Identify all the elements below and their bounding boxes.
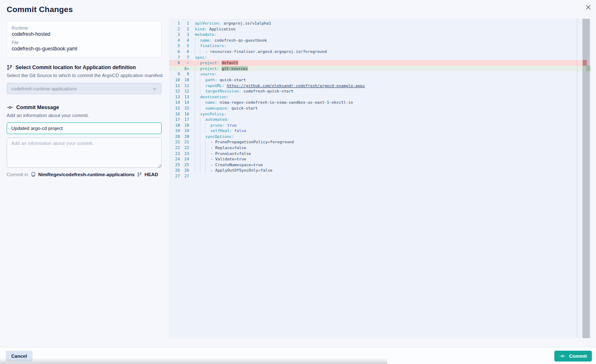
line-content: name: codefresh-qs-guestbook (192, 37, 267, 43)
line-number-original: 4 (169, 37, 180, 43)
line-number-modified: 11 (180, 83, 192, 89)
line-content: - PrunePropagationPolicy=foreground (192, 139, 294, 145)
runtime-file-card: Runtime codefresh-hosted File codefresh-… (7, 21, 162, 57)
indent-guide (195, 100, 200, 105)
editor-content-border (577, 19, 577, 338)
line-number-original: 18 (169, 122, 180, 128)
git-source-select[interactable]: codefresh-runtime-applications (7, 83, 162, 94)
indent-guide (195, 66, 200, 72)
line-number-modified: 23 (180, 151, 192, 157)
indent-guide (195, 117, 200, 122)
code-token: prune: (210, 123, 224, 127)
commit-button-label: Commit (569, 354, 587, 359)
line-number-modified: 15 (180, 105, 192, 111)
diff-line: 1515 namespace: quick-start (169, 105, 582, 111)
code-token: nima-regev-codefresh-io-nima-sandbox-us-… (217, 100, 353, 105)
code-token: - PruneLast=false (210, 151, 251, 156)
line-number-original: 21 (169, 139, 180, 145)
commit-in-label: Commit in (7, 172, 28, 177)
line-content: - Validate=true (192, 156, 246, 162)
line-number-original: 12 (169, 88, 180, 94)
yaml-diff-editor[interactable]: 11apiVersion: argoproj.io/v1alpha122kind… (169, 19, 591, 338)
code-token: metadata: (195, 32, 216, 37)
indent-guide (200, 88, 205, 94)
line-content: spec: (192, 55, 207, 60)
line-number-original: 27 (169, 173, 180, 179)
commit-message-title: Commit Message (16, 105, 59, 110)
indent-guide (195, 111, 200, 117)
file-value: codefresh-qs-guestbook.yaml (12, 46, 157, 52)
line-content: - ApplyOutOfSyncOnly=false (192, 167, 272, 173)
line-content: finalizers: (192, 43, 226, 49)
indent-guide (195, 139, 200, 145)
line-content: project: default (192, 60, 238, 66)
indent-guide (195, 105, 200, 111)
line-content: project: git-sources (192, 66, 248, 72)
indent-guide (195, 167, 200, 173)
line-number-modified: 3 (180, 32, 192, 37)
line-content: path: quick-start (192, 77, 246, 83)
indent-guide (205, 145, 210, 151)
line-number-original: 5 (169, 43, 180, 49)
indent-guide (195, 145, 200, 151)
indent-guide (200, 151, 205, 157)
indent-guide (205, 162, 210, 168)
diff-line: 22kind: Application (169, 26, 582, 32)
runtime-value: codefresh-hosted (12, 31, 157, 37)
line-number-modified: 22 (180, 145, 192, 151)
close-icon[interactable] (584, 2, 593, 12)
code-token: codefresh-qs-guestbook (212, 38, 267, 42)
line-content: - PruneLast=false (192, 151, 251, 157)
code-token: destination: (200, 95, 229, 99)
overview-ruler-scrollbar[interactable] (582, 19, 590, 338)
indent-guide (195, 128, 200, 134)
line-number-original: 10 (169, 77, 180, 83)
indent-guide (195, 60, 200, 66)
line-number-original: 24 (169, 156, 180, 162)
indent-guide (195, 151, 200, 157)
indent-guide (200, 83, 205, 89)
repo-icon (31, 172, 36, 177)
commit-description-textarea[interactable] (7, 137, 162, 168)
diff-line: 1414 name: nima-regev-codefresh-io-nima-… (169, 100, 582, 105)
indent-guide (200, 122, 205, 128)
git-branch-icon (137, 172, 142, 177)
line-number-modified: 5 (180, 43, 192, 49)
cancel-button[interactable]: Cancel (6, 351, 32, 362)
indent-guide (200, 117, 205, 122)
git-commit-icon (559, 354, 566, 359)
line-number-original: 11 (169, 83, 180, 89)
indent-guide (200, 49, 205, 55)
diff-line: 44 name: codefresh-qs-guestbook (169, 37, 582, 43)
line-content: metadata: (192, 32, 216, 37)
commit-summary-input[interactable] (7, 122, 162, 134)
indent-guide (195, 83, 200, 89)
line-number-modified: 18 (180, 122, 192, 128)
commit-location-title: Select Commit location for Application d… (15, 65, 136, 70)
line-number-original: 25 (169, 162, 180, 168)
diff-line: 1717 automated: (169, 117, 582, 122)
commit-button[interactable]: Commit (554, 351, 592, 362)
runtime-label: Runtime (12, 25, 157, 30)
line-content: repoURL: https://github.com/oleksandr-co… (192, 83, 365, 89)
line-number-modified: 10 (180, 77, 192, 83)
code-token: false (234, 128, 247, 133)
git-source-selected-value: codefresh-runtime-applications (11, 86, 77, 91)
code-token: targetRevision: (205, 89, 241, 93)
diff-line: 2222 - Replace=false (169, 145, 582, 151)
commit-location-header: Select Commit location for Application d… (7, 65, 136, 70)
diff-line: 2525 - CreateNamespace=true (169, 162, 582, 168)
line-number-original (169, 66, 180, 72)
line-number-original: 19 (169, 128, 180, 134)
line-content: automated: (192, 117, 229, 122)
indent-guide (205, 167, 210, 173)
repo-url-link[interactable]: https://github.com/oleksandr-codefresh/a… (227, 83, 365, 88)
dialog-footer: Cancel Commit (0, 347, 596, 364)
line-content: syncPolicy: (192, 111, 226, 117)
line-content: prune: true (192, 122, 237, 128)
line-number-original: 16 (169, 111, 180, 117)
line-content: destination: (192, 94, 229, 100)
code-token: - CreateNamespace=true (210, 162, 263, 167)
line-content: - CreateNamespace=true (192, 162, 263, 168)
code-token: project: (200, 60, 219, 65)
